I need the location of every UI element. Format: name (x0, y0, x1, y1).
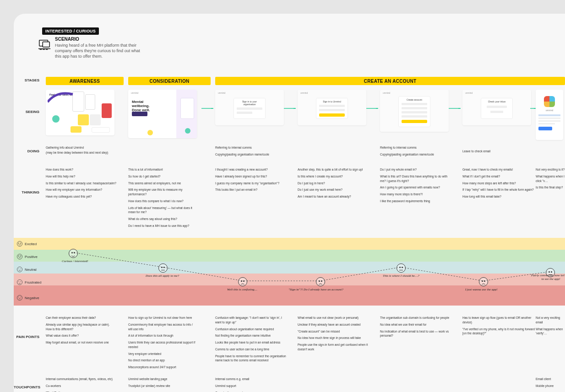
thinking-item: Is this the final step? (536, 185, 565, 190)
journey-caption-2: Does this all apply to me? (146, 274, 179, 278)
thinking-item: This seems aimed at employers, not me (128, 181, 197, 186)
doing-item: Copying/pasting organisation name/code (380, 152, 453, 157)
thinking-item: This looks like I put an email in? (215, 188, 288, 192)
thinking-item: Do I put my whole email in? (380, 167, 453, 172)
stage-awareness: AWARENESS (46, 77, 124, 85)
band-positive (14, 250, 565, 262)
pain-item: Very employer orientated (128, 352, 197, 356)
form-title: Create account (402, 98, 427, 101)
emo-label-neutral: Neutral (14, 266, 41, 273)
brand-label: unmind (218, 91, 225, 94)
pain-item: Users think they can access professional… (128, 340, 197, 349)
screenshot-heading: Mental wellbeing. Done well. (132, 100, 159, 112)
journey-point-5 (397, 263, 406, 273)
thinking-item: Another step, this is quite a bit of eff… (298, 167, 371, 172)
touch-c7: Email client Mobile phone (536, 377, 565, 391)
thinking-item: I guess my company name is my "organisat… (215, 181, 288, 186)
brand-label: unmind (383, 91, 390, 94)
screenshot-app-promo: Feel your best, every day. (46, 90, 114, 135)
pain-item: Comms to user action can be a long time (215, 347, 288, 352)
stage-consideration: CONSIDERATION (128, 77, 211, 85)
thinking-item: What is this url? Does this have anythin… (380, 174, 453, 183)
pain-item: "I've verified on my phone, why is it no… (462, 327, 536, 336)
svg-point-18 (20, 243, 21, 243)
thinking-item: Am I meant to have an account already? (298, 194, 371, 199)
pain-item: Can their employer access their data? (46, 316, 114, 320)
thinking-c6: Great, now I have to check my emails! Wh… (462, 167, 536, 201)
doing-item: Referring to internal comms (215, 145, 288, 150)
pain-item: The organisation sub-domain is confusing… (380, 316, 453, 320)
journey-caption-1: Curious / interested! (62, 259, 88, 263)
seeing-create-account: unmind Create account (380, 90, 453, 132)
row-label-touch: TOUCHPOINTS (14, 385, 41, 389)
thinking-item: How will this help me? (46, 174, 119, 179)
pain-c6: Has to leave sign up flow (goes to email… (462, 316, 536, 338)
pain-item: Looks like people have to put in an emai… (215, 340, 288, 345)
doing-item: Leave to check email (462, 149, 536, 154)
seeing-awareness: Feel your best, every day. (46, 90, 119, 135)
pain-c5: The organisation sub-domain is confusing… (380, 316, 453, 340)
thinking-item: What happens when I click "v… (536, 174, 565, 183)
svg-rect-1 (43, 42, 49, 47)
thinking-item: Lots of talk about 'measuring' — but wha… (128, 206, 197, 215)
screenshot-website: unmind Mental wellbeing. Done well. (128, 90, 197, 138)
pain-item: How to sign up for Unmind is not clear f… (128, 316, 197, 320)
row-label-stages: STAGES (14, 78, 41, 82)
pain-c2: How to sign up for Unmind is not clear f… (128, 316, 197, 372)
pain-item: Already use similar app (eg headspace or… (46, 322, 114, 332)
emo-text: Frustrated (25, 280, 41, 285)
pain-item: "Create account" can be missed (298, 329, 371, 334)
touch-item: "That IT site… (46, 391, 124, 392)
seeing-signin-unmind: unmind Sign in to Unmind (298, 90, 371, 125)
thinking-item: What do others say about using this? (128, 217, 197, 221)
form-title: Sign in to Unmind (319, 100, 345, 103)
journey-point-4 (316, 277, 325, 286)
svg-point-20 (18, 256, 19, 256)
seeing-check-inbox: unmind Check your inbox (462, 90, 536, 125)
thinking-item: If I tap "retry" will I have to fill in … (462, 188, 536, 192)
pain-item: Has to leave sign up flow (goes to email… (462, 316, 536, 325)
pain-item: No direct mention of an app (128, 358, 197, 363)
svg-point-22 (17, 267, 22, 272)
screenshot-create-account: unmind Create account (380, 90, 449, 132)
band-excited (14, 238, 565, 250)
svg-point-19 (17, 254, 22, 259)
pain-item: May forget about email, or not even rece… (46, 340, 114, 345)
touch-c3: Internal comms e.g. email Unmind support… (215, 377, 288, 392)
band-neutral (14, 262, 565, 274)
thinking-item: Is this similar to what I already use: h… (46, 181, 119, 186)
thinking-item: So how do I get started? (128, 174, 197, 179)
pain-item: Not a very exciting email (536, 316, 565, 325)
doing-item: (may be time delay between this and next… (46, 150, 114, 155)
doing-c6: Leave to check email (462, 149, 536, 156)
touch-item: Unmind support (215, 384, 288, 388)
thinking-c1: How does this work? How will this help m… (46, 167, 119, 201)
thinking-item: Great, now I have to check my emails! (462, 167, 536, 172)
scenario-title: SCENARIO (55, 37, 147, 42)
pain-item: Confusion with language: "I don't want t… (215, 316, 288, 325)
flow-arrow (530, 108, 538, 109)
doing-item: Gathering info about Unmind (46, 145, 114, 150)
pain-item: No idea how much time sign in process wi… (298, 336, 371, 340)
form-title: Check your inbox (484, 100, 510, 103)
pain-item: What value does it offer? (46, 333, 114, 338)
journey-caption-6: I just wanna use the app! (465, 288, 498, 291)
row-label-pain: PAIN POINTS (14, 335, 41, 339)
thinking-c3: I thought I was creating a new account? … (215, 167, 288, 194)
thinking-item: This is a lot of information! (128, 167, 197, 172)
pain-item: No indication of what email is best to u… (380, 329, 453, 338)
thinking-c5: Do I put my whole email in? What is this… (380, 167, 453, 206)
thinking-item: Have my colleagues used this yet? (46, 194, 119, 199)
pain-item: People have to remember to connect the o… (215, 354, 288, 363)
scenario-icon (38, 38, 51, 51)
pain-item: Misconceptions around 24/7 support (128, 365, 197, 370)
screenshot-email: unmind (536, 90, 563, 140)
flow-arrow (366, 108, 380, 109)
journey-map-canvas: INTERESTED / CURIOUS SCENARIO Having hea… (14, 14, 565, 392)
thinking-item: Do I just log in here? (298, 181, 371, 186)
form-title: Sign in to your organisation (237, 100, 262, 106)
thinking-item: How does this compare to what I do now? (128, 199, 197, 204)
doing-item: Copying/pasting organisation name/code (215, 152, 288, 157)
touch-item: Organisation support (215, 391, 288, 392)
flow-arrow (449, 108, 462, 109)
